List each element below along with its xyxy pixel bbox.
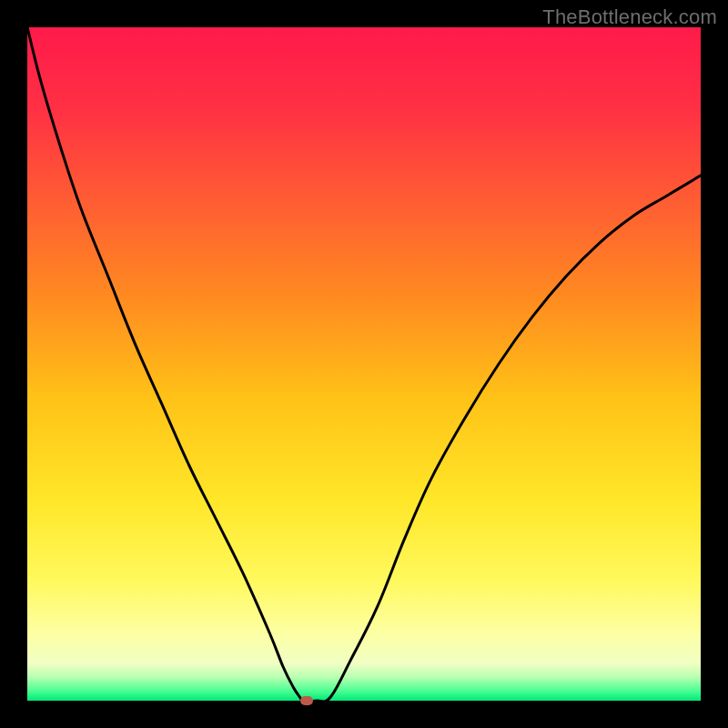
chart-frame [27, 27, 701, 701]
watermark-text: TheBottleneck.com [542, 5, 717, 29]
gradient-background [27, 27, 701, 701]
chart-svg [27, 27, 701, 701]
optimum-marker [300, 696, 313, 705]
